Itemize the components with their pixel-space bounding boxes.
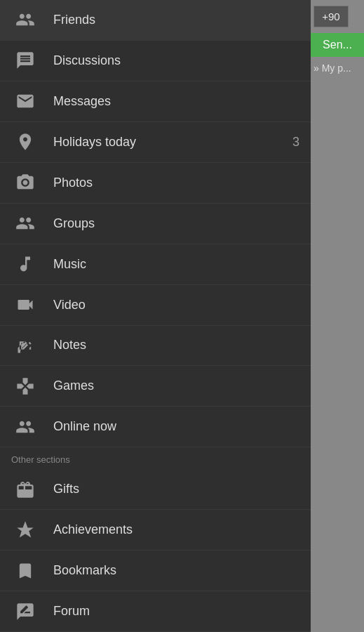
other-sections-header: Other sections <box>0 447 311 469</box>
gifts-label: Gifts <box>53 482 299 496</box>
holidays-icon <box>11 128 39 156</box>
games-icon <box>11 372 39 400</box>
bookmarks-icon <box>11 557 39 585</box>
notes-label: Notes <box>53 338 299 353</box>
sidebar-item-games[interactable]: Games <box>0 366 311 407</box>
forum-icon <box>11 598 39 626</box>
phone-code: +90 <box>314 6 349 27</box>
notes-icon <box>11 331 39 360</box>
bookmarks-label: Bookmarks <box>53 563 299 578</box>
music-label: Music <box>53 257 299 272</box>
photos-label: Photos <box>53 176 299 190</box>
sidebar-item-music[interactable]: Music <box>0 244 311 285</box>
achievements-label: Achievements <box>53 522 299 537</box>
sidebar-item-groups[interactable]: Groups <box>0 204 311 244</box>
sidebar-item-discussions[interactable]: Discussions <box>0 41 311 81</box>
friends-label: Friends <box>53 13 299 27</box>
video-icon <box>11 291 39 319</box>
sidebar-item-video[interactable]: Video <box>0 285 311 326</box>
sidebar-item-holidays[interactable]: Holidays today 3 <box>0 122 311 163</box>
achievements-icon <box>11 516 39 544</box>
holidays-badge: 3 <box>283 135 299 150</box>
music-icon <box>11 250 39 278</box>
sidebar-item-bookmarks[interactable]: Bookmarks <box>0 551 311 591</box>
groups-label: Groups <box>53 216 299 231</box>
sidebar-item-notes[interactable]: Notes <box>0 326 311 367</box>
messages-icon <box>11 87 39 115</box>
games-label: Games <box>53 378 299 393</box>
sidebar: Friends Discussions Messages Holidays to… <box>0 0 311 632</box>
right-panel: +90 Sen... » My p... <box>311 0 364 632</box>
online-icon <box>11 413 39 441</box>
send-button[interactable]: Sen... <box>311 33 364 57</box>
gifts-icon <box>11 475 39 503</box>
holidays-label: Holidays today <box>53 135 283 150</box>
friends-icon <box>11 6 39 34</box>
video-label: Video <box>53 298 299 312</box>
sidebar-item-online-now[interactable]: Online now <box>0 407 311 447</box>
photos-icon <box>11 169 39 197</box>
discussions-icon <box>11 46 39 74</box>
sidebar-item-photos[interactable]: Photos <box>0 163 311 204</box>
sidebar-item-messages[interactable]: Messages <box>0 81 311 122</box>
groups-icon <box>11 209 39 237</box>
sidebar-item-gifts[interactable]: Gifts <box>0 469 311 510</box>
online-now-label: Online now <box>53 419 299 434</box>
my-p-link[interactable]: » My p... <box>311 57 354 79</box>
phone-row: +90 <box>311 0 364 33</box>
sidebar-item-forum[interactable]: Forum <box>0 591 311 632</box>
sidebar-item-achievements[interactable]: Achievements <box>0 510 311 551</box>
forum-label: Forum <box>53 604 299 619</box>
messages-label: Messages <box>53 94 299 109</box>
sidebar-item-friends[interactable]: Friends <box>0 0 311 41</box>
discussions-label: Discussions <box>53 53 299 68</box>
